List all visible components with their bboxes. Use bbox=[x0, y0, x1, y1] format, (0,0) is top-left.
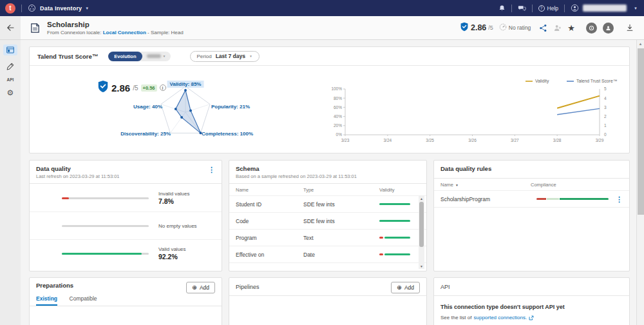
period-select[interactable]: Period Last 7 days ▼ bbox=[190, 51, 260, 62]
valid-segment bbox=[379, 203, 410, 205]
metric-label: Invalid values bbox=[158, 191, 189, 197]
schema-field-name: Student ID bbox=[229, 201, 303, 208]
trust-radar-chart: Validity: 85%Popularity: 21%Completeness… bbox=[92, 75, 279, 149]
plus-circle-icon: ⊕ bbox=[397, 284, 402, 291]
metric-value: 7.8% bbox=[158, 197, 189, 205]
schema-column-headers: Name Type Validity bbox=[229, 184, 426, 195]
svg-text:5: 5 bbox=[604, 86, 607, 91]
column-header-compliance[interactable]: Compliance bbox=[531, 182, 556, 188]
metric-label: Valid values bbox=[158, 246, 186, 252]
sort-caret-icon: ▼ bbox=[455, 183, 459, 187]
table-row[interactable]: CodeSDE few ints bbox=[229, 212, 426, 229]
quality-metric-row: Invalid values7.8% bbox=[30, 184, 222, 212]
svg-text:40%: 40% bbox=[334, 114, 342, 119]
svg-text:3/28: 3/28 bbox=[553, 138, 562, 143]
compliance-segment bbox=[547, 198, 559, 201]
scroll-down-icon[interactable]: ▼ bbox=[419, 264, 424, 269]
period-label: Period bbox=[197, 54, 212, 59]
scroll-up-icon[interactable]: ▲ bbox=[637, 40, 644, 48]
notifications-bell-icon[interactable] bbox=[498, 5, 506, 12]
kebab-menu-icon[interactable]: ⋮ bbox=[616, 195, 623, 203]
api-message: This connection type doesn't support API… bbox=[440, 304, 623, 310]
metric-bar-fill bbox=[62, 197, 69, 199]
left-sidebar: API ⚙ bbox=[0, 40, 21, 325]
column-header-type[interactable]: Type bbox=[303, 187, 379, 193]
column-header-name[interactable]: Name▼ bbox=[434, 182, 531, 188]
column-header-validity[interactable]: Validity bbox=[379, 187, 426, 193]
chevron-down-icon[interactable]: ▼ bbox=[85, 6, 89, 10]
divider bbox=[532, 5, 533, 12]
schema-field-name: Effective on bbox=[229, 251, 303, 258]
feedback-chat-icon[interactable] bbox=[518, 5, 526, 12]
data-quality-title: Data quality bbox=[36, 165, 215, 172]
from-label: From Connexion locale: bbox=[47, 30, 101, 35]
user-name-redacted bbox=[583, 5, 627, 12]
back-button[interactable] bbox=[0, 16, 21, 39]
schema-field-type: Date bbox=[303, 251, 379, 258]
table-row[interactable]: Student IDSDE few ints bbox=[229, 195, 426, 212]
schema-title: Schema bbox=[236, 165, 420, 172]
view-toggle-redacted[interactable]: ▼ bbox=[142, 54, 171, 58]
metric-value: 92.2% bbox=[158, 253, 186, 261]
validity-bar bbox=[379, 237, 410, 239]
owner-avatar-icon[interactable] bbox=[603, 23, 614, 34]
svg-text:60%: 60% bbox=[334, 105, 342, 110]
scrollbar-thumb[interactable] bbox=[419, 202, 424, 247]
table-row[interactable]: ProgramText bbox=[229, 229, 426, 246]
sidebar-item-api[interactable]: API bbox=[7, 77, 14, 82]
connection-link[interactable]: Local Connection bbox=[103, 30, 146, 35]
app-name[interactable]: Data Inventory bbox=[40, 5, 82, 12]
rules-column-headers: Name▼ Compliance bbox=[434, 179, 629, 190]
compliance-bar bbox=[536, 198, 609, 201]
app-badge-icon[interactable] bbox=[586, 23, 597, 34]
scroll-up-icon[interactable]: ▲ bbox=[419, 196, 424, 201]
app-switcher-icon[interactable] bbox=[28, 4, 36, 12]
svg-text:80%: 80% bbox=[334, 96, 342, 101]
plus-circle-icon: ⊕ bbox=[192, 284, 197, 291]
compliance-segment bbox=[560, 198, 609, 201]
table-row[interactable]: ScholarshipProgram⋮ bbox=[434, 190, 629, 208]
scrollbar-thumb[interactable] bbox=[638, 48, 644, 215]
add-pipeline-button[interactable]: ⊕ Add bbox=[391, 282, 420, 293]
table-row[interactable]: Effective onDate bbox=[229, 246, 426, 262]
help-icon: ? bbox=[538, 5, 545, 12]
sidebar-item-sample[interactable] bbox=[6, 63, 14, 70]
radar-label-popularity: Popularity: 21% bbox=[211, 104, 250, 110]
svg-text:20%: 20% bbox=[334, 123, 342, 128]
view-toggle-evolution[interactable]: Evolution bbox=[108, 52, 142, 61]
valid-segment bbox=[379, 220, 410, 222]
trust-card-title: Talend Trust Score™ bbox=[37, 53, 98, 60]
sample-label: Sample: Head bbox=[151, 30, 184, 35]
quality-metric-row: No empty values bbox=[30, 212, 222, 239]
api-body: This connection type doesn't support API… bbox=[434, 296, 629, 320]
help-menu[interactable]: ? Help bbox=[538, 5, 558, 12]
schema-scrollbar[interactable]: ▲ ▼ bbox=[419, 196, 424, 269]
rating-control[interactable]: No rating bbox=[499, 22, 531, 34]
metric-bar-track bbox=[62, 225, 149, 227]
sidebar-item-overview[interactable] bbox=[3, 44, 17, 55]
tab-compatible[interactable]: Compatible bbox=[70, 295, 97, 304]
preparations-card: Preparations Existing Compatible ⊕ Add bbox=[29, 277, 222, 325]
svg-text:1: 1 bbox=[604, 123, 607, 128]
favorite-star-icon[interactable]: ★ bbox=[567, 24, 575, 32]
download-button[interactable] bbox=[626, 24, 634, 32]
radar-label-completeness: Completeness: 100% bbox=[202, 131, 253, 137]
sidebar-item-settings[interactable]: ⚙ bbox=[7, 89, 14, 97]
external-link-icon bbox=[529, 315, 534, 320]
api-card: API This connection type doesn't support… bbox=[433, 277, 630, 325]
page-scrollbar[interactable]: ▲ bbox=[636, 40, 644, 325]
column-header-name[interactable]: Name bbox=[229, 187, 303, 193]
svg-text:3/27: 3/27 bbox=[511, 138, 519, 143]
tab-existing[interactable]: Existing bbox=[36, 295, 57, 306]
kebab-menu-icon[interactable]: ⋮ bbox=[208, 166, 215, 173]
rules-title: Data quality rules bbox=[440, 165, 623, 172]
radar-label-validity: Validity: 85% bbox=[167, 81, 204, 88]
add-preparation-button[interactable]: ⊕ Add bbox=[186, 282, 215, 293]
talend-logo[interactable]: t bbox=[5, 3, 15, 14]
schema-header: Schema Based on a sample refreshed on 20… bbox=[229, 161, 426, 183]
share-button[interactable] bbox=[539, 24, 547, 32]
no-rating-label: No rating bbox=[509, 25, 531, 31]
supported-connections-link[interactable]: supported connections. bbox=[473, 315, 527, 320]
user-avatar-icon[interactable] bbox=[571, 4, 579, 12]
chevron-down-icon[interactable]: ▼ bbox=[634, 6, 638, 10]
